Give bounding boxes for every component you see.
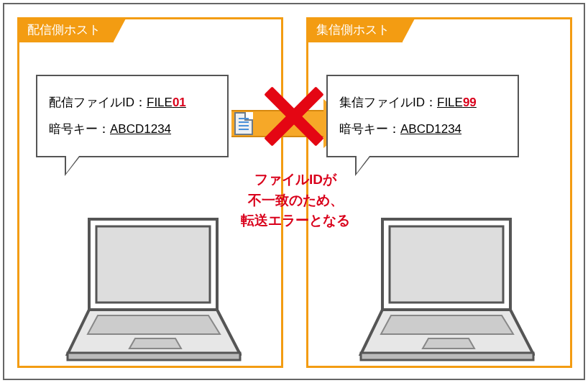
- svg-marker-10: [423, 338, 474, 349]
- sender-key-label: 暗号キー：: [49, 122, 110, 136]
- svg-marker-7: [390, 226, 503, 303]
- sender-config-bubble: 配信ファイルID：FILE01 暗号キー：ABCD1234: [36, 75, 229, 157]
- error-line1: ファイルIDが: [254, 172, 336, 187]
- receiver-key-label: 暗号キー：: [339, 122, 400, 136]
- svg-rect-5: [68, 353, 240, 360]
- sender-file-id-row: 配信ファイルID：FILE01: [49, 89, 216, 116]
- sender-file-id-label: 配信ファイルID：: [49, 96, 147, 109]
- laptop-icon: [55, 212, 242, 363]
- receiver-host-tab: 集信側ホスト: [306, 17, 403, 42]
- receiver-file-id-prefix: FILE: [437, 96, 463, 109]
- svg-marker-9: [381, 315, 513, 334]
- sender-host-tab: 配信側ホスト: [17, 17, 114, 42]
- sender-host-title: 配信側ホスト: [27, 23, 101, 37]
- receiver-file-id-suffix: 99: [463, 96, 477, 109]
- sender-key-value: ABCD1234: [110, 122, 171, 136]
- receiver-key-row: 暗号キー：ABCD1234: [339, 116, 506, 142]
- error-cross-icon: [262, 82, 326, 147]
- receiver-key-value: ABCD1234: [400, 122, 461, 136]
- sender-file-id-prefix: FILE: [147, 96, 173, 109]
- svg-marker-3: [88, 315, 220, 334]
- laptop-icon: [348, 212, 535, 363]
- receiver-file-id-label: 集信ファイルID：: [339, 96, 437, 109]
- file-icon: [234, 112, 253, 135]
- bubble-tail-icon: [65, 156, 81, 176]
- error-line3: 転送エラーとなる: [241, 213, 350, 228]
- receiver-config-bubble: 集信ファイルID：FILE99 暗号キー：ABCD1234: [326, 75, 519, 157]
- diagram-frame: 配信側ホスト 集信側ホスト 配信ファイルID：FILE01 暗号キー：ABCD1…: [3, 3, 585, 380]
- sender-key-row: 暗号キー：ABCD1234: [49, 116, 216, 142]
- receiver-host-title: 集信側ホスト: [316, 23, 390, 37]
- svg-marker-4: [129, 338, 181, 349]
- error-message: ファイルIDが 不一致のため、 転送エラーとなる: [221, 170, 369, 231]
- receiver-file-id-row: 集信ファイルID：FILE99: [339, 89, 506, 116]
- svg-marker-1: [96, 226, 210, 303]
- sender-file-id-suffix: 01: [173, 96, 186, 109]
- svg-rect-11: [361, 353, 533, 360]
- error-line2: 不一致のため、: [248, 193, 344, 208]
